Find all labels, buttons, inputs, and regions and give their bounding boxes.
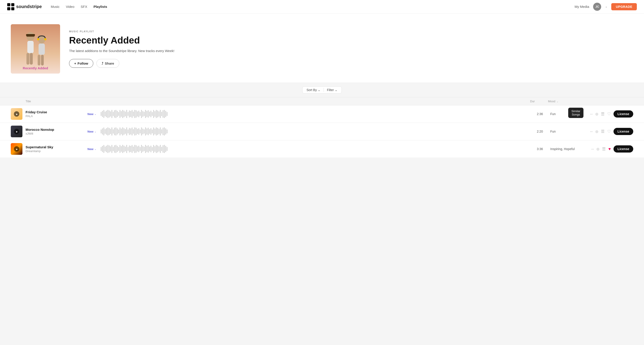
- col-duration-label: Dur: [530, 100, 535, 103]
- waveform-bar: [152, 147, 153, 151]
- license-button[interactable]: License: [614, 145, 633, 153]
- share-button[interactable]: Share: [96, 59, 119, 68]
- new-badge[interactable]: New: [88, 112, 94, 116]
- favorite-icon[interactable]: [607, 112, 611, 116]
- waveform-bar: [136, 145, 136, 153]
- track-waveform[interactable]: [101, 127, 532, 136]
- waveform-bar: [161, 129, 162, 134]
- more-options-icon[interactable]: [591, 147, 594, 151]
- nav-playlists[interactable]: Playlists: [94, 5, 107, 9]
- waveform-bar: [153, 110, 154, 118]
- badge-chevron-icon[interactable]: [94, 113, 96, 115]
- waveform-bar: [137, 111, 138, 117]
- sort-by-button[interactable]: Sort By: [306, 88, 320, 92]
- toolbar-divider: [324, 88, 324, 92]
- track-waveform[interactable]: [101, 110, 532, 118]
- track-row: Morocco Nonstop xJWill New 2:20 Fun Lice…: [0, 123, 644, 140]
- radio-icon[interactable]: [596, 147, 600, 151]
- waveform-bar: [142, 146, 143, 152]
- nav-video[interactable]: Video: [66, 5, 74, 9]
- hero-info: MUSIC PLAYLIST Recently Added The latest…: [69, 30, 633, 68]
- track-thumbnail[interactable]: [11, 126, 22, 137]
- nav-music[interactable]: Music: [51, 5, 60, 9]
- track-thumbnail[interactable]: [11, 108, 22, 120]
- waveform-bar: [162, 145, 164, 153]
- more-options-icon[interactable]: [590, 129, 593, 134]
- waveform-bar: [166, 112, 168, 116]
- avatar-chevron-icon[interactable]: [605, 5, 607, 8]
- mood-sort-icon[interactable]: [556, 100, 558, 103]
- waveform-bar: [152, 129, 153, 133]
- navbar: soundstripe Music Video SFX Playlists My…: [0, 0, 644, 14]
- waveform-bar: [164, 110, 165, 118]
- filter-button[interactable]: Filter: [327, 88, 338, 92]
- waveform-bar: [101, 147, 102, 151]
- waveform-bar: [126, 110, 127, 118]
- waveform-bar: [136, 110, 136, 118]
- waveform-bar: [122, 110, 123, 118]
- license-button[interactable]: License: [614, 128, 633, 135]
- waveform-bar: [130, 146, 131, 152]
- plus-icon: [74, 62, 76, 65]
- waveform-bar: [109, 145, 110, 153]
- radio-icon[interactable]: [595, 112, 598, 116]
- waveform-bar: [158, 111, 160, 117]
- play-icon: [16, 148, 18, 150]
- nav-sfx[interactable]: SFX: [81, 5, 87, 9]
- play-button[interactable]: [14, 146, 19, 152]
- favorite-icon[interactable]: [607, 129, 611, 134]
- waveform-bar: [165, 128, 166, 135]
- add-to-queue-icon[interactable]: [601, 129, 604, 134]
- waveform-bar: [154, 146, 156, 152]
- play-button[interactable]: [14, 129, 19, 134]
- track-duration: 2:20: [537, 130, 550, 133]
- favorite-icon[interactable]: [608, 147, 611, 151]
- waveform-bar: [112, 127, 112, 136]
- add-to-queue-icon[interactable]: [601, 112, 604, 116]
- license-button[interactable]: License: [614, 110, 633, 118]
- play-icon: [16, 130, 18, 133]
- toolbar: Sort By Filter: [0, 83, 644, 97]
- track-badge[interactable]: New: [88, 147, 96, 151]
- waveform-bar: [122, 145, 123, 153]
- tooltip-line2: Songs: [572, 113, 580, 116]
- waveform-bar: [157, 145, 158, 153]
- playlist-title: Recently Added: [69, 35, 633, 46]
- play-button[interactable]: [14, 111, 19, 117]
- waveform-bar: [126, 127, 127, 136]
- badge-chevron-icon[interactable]: [94, 130, 96, 133]
- playlist-type-label: MUSIC PLAYLIST: [69, 30, 633, 33]
- add-to-queue-icon[interactable]: [602, 146, 606, 151]
- track-badge[interactable]: New: [88, 130, 96, 133]
- new-badge[interactable]: New: [88, 130, 94, 133]
- my-media-link[interactable]: My Media: [574, 5, 589, 9]
- waveform-bar: [117, 111, 118, 117]
- waveform-bar: [132, 127, 132, 136]
- waveform-bar: [124, 111, 124, 117]
- waveform-bar: [110, 129, 111, 134]
- waveform-bar: [148, 110, 149, 118]
- upgrade-button[interactable]: UPGRADE: [611, 3, 637, 10]
- waveform-bar: [120, 145, 120, 153]
- track-mood: Fun: [550, 130, 584, 133]
- track-badge[interactable]: New: [88, 112, 96, 116]
- badge-chevron-icon[interactable]: [94, 148, 96, 150]
- waveform-bar: [165, 146, 166, 152]
- radio-icon[interactable]: [595, 129, 598, 133]
- follow-button[interactable]: Follow: [69, 59, 93, 68]
- waveform-bar: [145, 110, 146, 118]
- avatar[interactable]: JC: [593, 3, 601, 11]
- waveform-bar: [118, 147, 119, 151]
- waveform-bar: [150, 111, 151, 117]
- waveform-bar: [162, 128, 164, 135]
- track-waveform[interactable]: [101, 145, 532, 153]
- waveform-bar: [154, 111, 156, 117]
- track-thumbnail[interactable]: [11, 143, 22, 155]
- new-badge[interactable]: New: [88, 147, 94, 151]
- logo[interactable]: soundstripe: [7, 3, 42, 10]
- waveform-bar: [133, 112, 134, 116]
- more-options-icon[interactable]: [590, 112, 593, 116]
- waveform-bar: [105, 112, 106, 116]
- svg-rect-16: [41, 55, 44, 66]
- track-row: Supernatural Sky Dreamlamp New 3:36 Insp…: [0, 140, 644, 157]
